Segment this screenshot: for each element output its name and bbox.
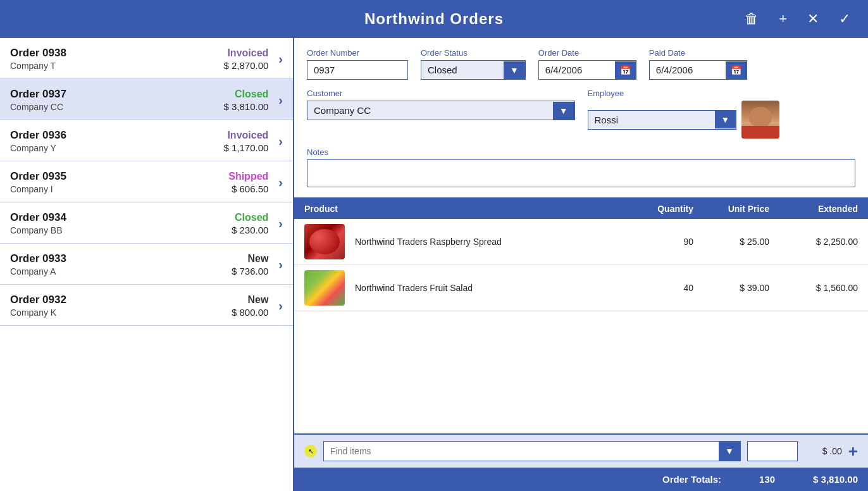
products-table-header: Product Quantity Unit Price Extended: [294, 199, 868, 219]
list-item[interactable]: Order 0932 Company K New $ 800.00 ›: [0, 285, 293, 326]
employee-dropdown-btn[interactable]: ▼: [715, 111, 736, 128]
paid-date-field: Paid Date 📅: [649, 48, 747, 80]
col-extended-header: Extended: [769, 204, 858, 214]
header-icons: 🗑 + ✕ ✓: [740, 8, 855, 30]
col-quantity-header: Quantity: [617, 204, 693, 214]
order-number-field: Order Number: [307, 48, 408, 80]
add-product-button[interactable]: +: [848, 443, 858, 459]
list-item[interactable]: Order 0938 Company T Invoiced $ 2,870.00…: [0, 38, 293, 79]
list-item[interactable]: Order 0933 Company A New $ 736.00 ›: [0, 244, 293, 285]
order-date-calendar-btn[interactable]: 📅: [615, 61, 636, 79]
employee-field: Employee Rossi ▼: [588, 89, 856, 139]
add-price-display: $ .00: [804, 446, 842, 456]
order-status-select-wrapper: Closed Invoiced Shipped New ▼: [421, 60, 526, 80]
raspberry-product-image: [304, 224, 345, 259]
confirm-button[interactable]: ✓: [834, 8, 855, 30]
order-totals-amount: $ 3,810.00: [813, 474, 858, 485]
employee-select[interactable]: Rossi: [588, 111, 715, 129]
delete-button[interactable]: 🗑: [740, 8, 764, 30]
chevron-right-icon: ›: [278, 258, 283, 272]
add-order-button[interactable]: +: [774, 8, 792, 30]
chevron-right-icon: ›: [278, 216, 283, 231]
chevron-right-icon: ›: [278, 52, 283, 66]
order-date-field: Order Date 📅: [538, 48, 636, 80]
product-quantity: 40: [617, 283, 693, 293]
app-header: Northwind Orders 🗑 + ✕ ✓: [0, 0, 868, 38]
customer-select[interactable]: Company CC Company T Company Y Company I: [307, 101, 553, 120]
app-title: Northwind Orders: [364, 10, 504, 28]
customer-dropdown-btn[interactable]: ▼: [553, 102, 574, 120]
product-extended-price: $ 1,560.00: [769, 283, 858, 293]
detail-form: Order Number Order Status Closed Invoice…: [294, 38, 868, 199]
list-item[interactable]: Order 0934 Company BB Closed $ 230.00 ›: [0, 202, 293, 244]
product-unit-price: $ 25.00: [693, 237, 769, 247]
cursor-icon: ↖: [304, 445, 317, 457]
fruitsalad-product-image: [304, 270, 345, 306]
order-number-input[interactable]: [307, 60, 408, 80]
col-product-name-spacer: [355, 204, 617, 214]
order-status-label: Order Status: [421, 48, 526, 58]
products-section: Product Quantity Unit Price Extended Nor…: [294, 199, 868, 491]
table-row[interactable]: Northwind Traders Fruit Salad 40 $ 39.00…: [294, 265, 868, 311]
product-extended-price: $ 2,250.00: [769, 237, 858, 247]
order-date-input[interactable]: [539, 61, 615, 79]
order-number-label: Order Number: [307, 48, 408, 58]
order-totals-row: Order Totals: 130 $ 3,810.00: [294, 468, 868, 491]
customer-select-wrapper: Company CC Company T Company Y Company I…: [307, 101, 575, 120]
col-product-header: Product: [304, 204, 355, 214]
form-row-1: Order Number Order Status Closed Invoice…: [307, 48, 855, 80]
order-status-dropdown-btn[interactable]: ▼: [504, 61, 525, 79]
order-list: Order 0938 Company T Invoiced $ 2,870.00…: [0, 38, 294, 491]
product-name: Northwind Traders Raspberry Spread: [355, 237, 617, 247]
paid-date-input[interactable]: [650, 61, 726, 79]
form-row-2: Customer Company CC Company T Company Y …: [307, 89, 855, 139]
order-detail: Order Number Order Status Closed Invoice…: [294, 38, 868, 491]
table-row[interactable]: Northwind Traders Raspberry Spread 90 $ …: [294, 219, 868, 265]
product-quantity: 90: [617, 237, 693, 247]
find-items-dropdown-btn[interactable]: ▼: [719, 442, 740, 461]
find-items-wrapper: ▼: [323, 441, 741, 461]
customer-field: Customer Company CC Company T Company Y …: [307, 89, 575, 120]
list-item[interactable]: Order 0935 Company I Shipped $ 606.50 ›: [0, 161, 293, 202]
add-product-row: ↖ ▼ $ .00 +: [294, 433, 868, 468]
order-totals-quantity: 130: [759, 474, 775, 485]
customer-label: Customer: [307, 89, 575, 98]
col-unit-price-header: Unit Price: [693, 204, 769, 214]
cancel-button[interactable]: ✕: [802, 8, 824, 30]
order-totals-label: Order Totals:: [662, 474, 721, 485]
notes-label: Notes: [307, 147, 855, 157]
employee-select-wrapper: Rossi ▼: [588, 110, 737, 130]
order-status-select[interactable]: Closed Invoiced Shipped New: [421, 61, 504, 79]
order-date-wrapper: 📅: [538, 60, 636, 80]
employee-label: Employee: [588, 89, 856, 98]
main-layout: Order 0938 Company T Invoiced $ 2,870.00…: [0, 38, 868, 491]
employee-photo: [741, 101, 779, 139]
product-unit-price: $ 39.00: [693, 283, 769, 293]
product-name: Northwind Traders Fruit Salad: [355, 283, 617, 293]
paid-date-calendar-btn[interactable]: 📅: [726, 61, 747, 79]
order-status-field: Order Status Closed Invoiced Shipped New…: [421, 48, 526, 80]
order-date-label: Order Date: [538, 48, 636, 58]
list-item[interactable]: Order 0936 Company Y Invoiced $ 1,170.00…: [0, 120, 293, 161]
paid-date-label: Paid Date: [649, 48, 747, 58]
chevron-right-icon: ›: [278, 175, 283, 190]
chevron-right-icon: ›: [278, 134, 283, 149]
notes-input[interactable]: [307, 159, 855, 187]
products-body: Northwind Traders Raspberry Spread 90 $ …: [294, 219, 868, 433]
find-items-input[interactable]: [324, 442, 719, 461]
notes-field: Notes: [307, 147, 855, 187]
add-quantity-input[interactable]: [747, 441, 798, 461]
chevron-right-icon: ›: [278, 93, 283, 108]
paid-date-wrapper: 📅: [649, 60, 747, 80]
chevron-right-icon: ›: [278, 299, 283, 313]
list-item[interactable]: Order 0937 Company CC Closed $ 3,810.00 …: [0, 79, 293, 120]
